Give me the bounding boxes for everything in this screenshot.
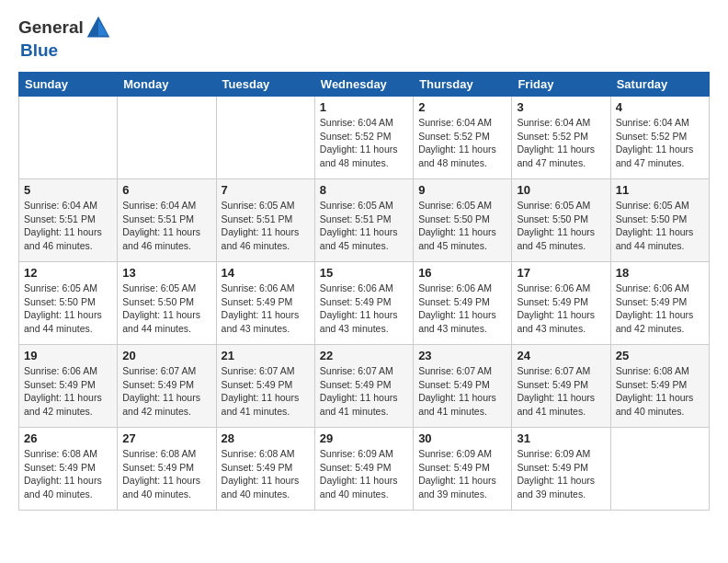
day-info: Sunrise: 6:07 AM Sunset: 5:49 PM Dayligh… [122,364,210,419]
day-number: 8 [320,183,408,197]
day-cell: 16Sunrise: 6:06 AM Sunset: 5:49 PM Dayli… [414,262,512,345]
day-cell: 15Sunrise: 6:06 AM Sunset: 5:49 PM Dayli… [314,262,413,345]
day-number: 24 [517,349,605,362]
day-cell: 24Sunrise: 6:07 AM Sunset: 5:49 PM Dayli… [512,345,610,428]
day-number: 29 [320,431,408,445]
day-cell: 9Sunrise: 6:05 AM Sunset: 5:50 PM Daylig… [414,179,512,262]
day-info: Sunrise: 6:05 AM Sunset: 5:50 PM Dayligh… [122,282,210,336]
day-cell [19,97,118,179]
day-cell: 25Sunrise: 6:08 AM Sunset: 5:49 PM Dayli… [610,345,709,428]
week-row-1: 5Sunrise: 6:04 AM Sunset: 5:51 PM Daylig… [19,179,710,262]
day-cell: 4Sunrise: 6:04 AM Sunset: 5:52 PM Daylig… [610,97,709,179]
day-cell [118,97,216,179]
week-row-0: 1Sunrise: 6:04 AM Sunset: 5:52 PM Daylig… [19,97,710,179]
day-number: 25 [616,349,704,362]
day-cell: 6Sunrise: 6:04 AM Sunset: 5:51 PM Daylig… [118,179,216,262]
week-row-2: 12Sunrise: 6:05 AM Sunset: 5:50 PM Dayli… [19,262,710,345]
day-cell: 29Sunrise: 6:09 AM Sunset: 5:49 PM Dayli… [314,428,413,511]
day-info: Sunrise: 6:04 AM Sunset: 5:52 PM Dayligh… [616,116,704,170]
day-info: Sunrise: 6:05 AM Sunset: 5:50 PM Dayligh… [418,199,506,253]
weekday-sunday: Sunday [19,73,118,97]
week-row-3: 19Sunrise: 6:06 AM Sunset: 5:49 PM Dayli… [19,345,710,428]
day-info: Sunrise: 6:05 AM Sunset: 5:51 PM Dayligh… [222,199,310,253]
day-cell [610,428,709,511]
day-info: Sunrise: 6:07 AM Sunset: 5:49 PM Dayligh… [517,364,605,419]
day-info: Sunrise: 6:05 AM Sunset: 5:50 PM Dayligh… [24,282,112,336]
day-info: Sunrise: 6:09 AM Sunset: 5:49 PM Dayligh… [418,447,506,501]
day-cell: 19Sunrise: 6:06 AM Sunset: 5:49 PM Dayli… [19,345,118,428]
day-info: Sunrise: 6:07 AM Sunset: 5:49 PM Dayligh… [320,364,408,419]
day-info: Sunrise: 6:05 AM Sunset: 5:50 PM Dayligh… [517,199,605,253]
day-cell: 30Sunrise: 6:09 AM Sunset: 5:49 PM Dayli… [414,428,512,511]
day-cell: 2Sunrise: 6:04 AM Sunset: 5:52 PM Daylig… [414,97,512,179]
logo: General Blue [18,15,111,61]
day-number: 5 [24,183,112,197]
day-number: 19 [24,349,112,362]
day-info: Sunrise: 6:04 AM Sunset: 5:51 PM Dayligh… [122,199,210,253]
day-number: 17 [517,266,605,280]
day-info: Sunrise: 6:05 AM Sunset: 5:51 PM Dayligh… [320,199,408,253]
day-cell: 3Sunrise: 6:04 AM Sunset: 5:52 PM Daylig… [512,97,610,179]
day-number: 1 [320,100,408,114]
day-cell: 17Sunrise: 6:06 AM Sunset: 5:49 PM Dayli… [512,262,610,345]
day-number: 11 [616,183,704,197]
day-cell: 5Sunrise: 6:04 AM Sunset: 5:51 PM Daylig… [19,179,118,262]
day-cell: 18Sunrise: 6:06 AM Sunset: 5:49 PM Dayli… [610,262,709,345]
day-number: 31 [517,431,605,445]
day-cell: 13Sunrise: 6:05 AM Sunset: 5:50 PM Dayli… [118,262,216,345]
day-number: 13 [122,266,210,280]
day-cell: 26Sunrise: 6:08 AM Sunset: 5:49 PM Dayli… [19,428,118,511]
day-number: 12 [24,266,112,280]
day-number: 26 [24,431,112,445]
day-info: Sunrise: 6:07 AM Sunset: 5:49 PM Dayligh… [418,364,506,419]
day-number: 16 [418,266,506,280]
day-number: 20 [122,349,210,362]
day-info: Sunrise: 6:04 AM Sunset: 5:52 PM Dayligh… [320,116,408,170]
day-info: Sunrise: 6:06 AM Sunset: 5:49 PM Dayligh… [616,282,704,336]
day-number: 18 [616,266,704,280]
logo-blue: Blue [20,40,58,60]
day-number: 21 [222,349,310,362]
day-number: 6 [122,183,210,197]
day-number: 27 [122,431,210,445]
day-cell: 1Sunrise: 6:04 AM Sunset: 5:52 PM Daylig… [314,97,413,179]
day-info: Sunrise: 6:09 AM Sunset: 5:49 PM Dayligh… [517,447,605,501]
day-cell: 10Sunrise: 6:05 AM Sunset: 5:50 PM Dayli… [512,179,610,262]
weekday-monday: Monday [118,73,216,97]
weekday-wednesday: Wednesday [314,73,413,97]
logo-general: General [18,17,84,38]
day-cell: 11Sunrise: 6:05 AM Sunset: 5:50 PM Dayli… [610,179,709,262]
day-info: Sunrise: 6:04 AM Sunset: 5:52 PM Dayligh… [517,116,605,170]
day-info: Sunrise: 6:06 AM Sunset: 5:49 PM Dayligh… [24,364,112,419]
day-cell: 12Sunrise: 6:05 AM Sunset: 5:50 PM Dayli… [19,262,118,345]
day-info: Sunrise: 6:04 AM Sunset: 5:52 PM Dayligh… [418,116,506,170]
day-info: Sunrise: 6:08 AM Sunset: 5:49 PM Dayligh… [222,447,310,501]
day-info: Sunrise: 6:09 AM Sunset: 5:49 PM Dayligh… [320,447,408,501]
day-info: Sunrise: 6:08 AM Sunset: 5:49 PM Dayligh… [24,447,112,501]
day-number: 3 [517,100,605,114]
day-cell: 31Sunrise: 6:09 AM Sunset: 5:49 PM Dayli… [512,428,610,511]
day-number: 7 [222,183,310,197]
page: General Blue SundayMondayTuesdayWednesda… [0,0,728,525]
day-cell: 21Sunrise: 6:07 AM Sunset: 5:49 PM Dayli… [216,345,314,428]
day-cell: 20Sunrise: 6:07 AM Sunset: 5:49 PM Dayli… [118,345,216,428]
day-cell: 23Sunrise: 6:07 AM Sunset: 5:49 PM Dayli… [414,345,512,428]
day-number: 10 [517,183,605,197]
day-info: Sunrise: 6:06 AM Sunset: 5:49 PM Dayligh… [517,282,605,336]
day-number: 23 [418,349,506,362]
day-cell: 27Sunrise: 6:08 AM Sunset: 5:49 PM Dayli… [118,428,216,511]
day-number: 14 [222,266,310,280]
day-number: 30 [418,431,506,445]
day-number: 9 [418,183,506,197]
day-info: Sunrise: 6:08 AM Sunset: 5:49 PM Dayligh… [122,447,210,501]
day-info: Sunrise: 6:08 AM Sunset: 5:49 PM Dayligh… [616,364,704,419]
day-cell: 7Sunrise: 6:05 AM Sunset: 5:51 PM Daylig… [216,179,314,262]
day-cell: 22Sunrise: 6:07 AM Sunset: 5:49 PM Dayli… [314,345,413,428]
day-number: 2 [418,100,506,114]
day-number: 22 [320,349,408,362]
weekday-header-row: SundayMondayTuesdayWednesdayThursdayFrid… [19,73,710,97]
weekday-thursday: Thursday [414,73,512,97]
weekday-friday: Friday [512,73,610,97]
day-number: 28 [222,431,310,445]
day-cell: 14Sunrise: 6:06 AM Sunset: 5:49 PM Dayli… [216,262,314,345]
